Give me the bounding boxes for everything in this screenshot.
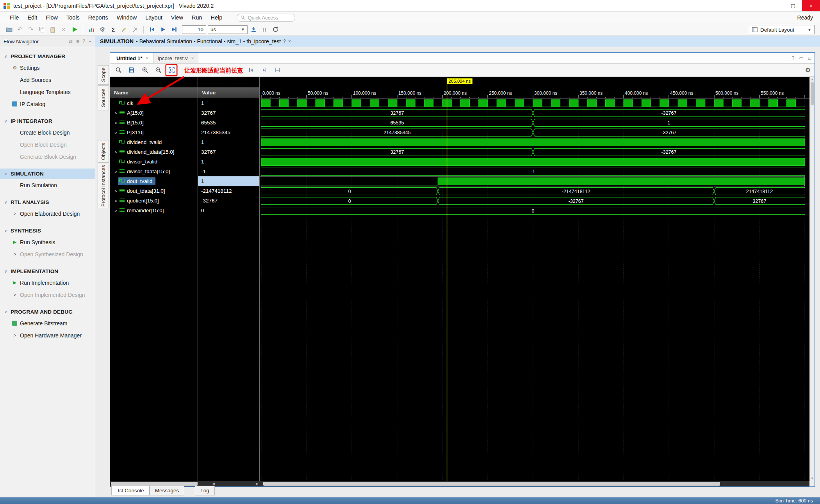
zoom-fit-button[interactable]: [166, 65, 176, 75]
flow-item-add-sources[interactable]: Add Sources: [0, 74, 95, 86]
dock-icon[interactable]: ⇄: [69, 39, 73, 44]
menu-reports[interactable]: Reports: [84, 13, 112, 22]
wave-hscrollbar[interactable]: [260, 481, 809, 486]
panel-maximize-icon[interactable]: □: [808, 55, 811, 61]
flow-item-generate-block-design[interactable]: Generate Block Design: [0, 151, 95, 163]
restart-sim-button[interactable]: [147, 25, 157, 35]
nav-help-icon[interactable]: ?: [82, 39, 85, 44]
scroll-right-icon[interactable]: ▶: [256, 481, 258, 486]
signal-row-dout-tdata-31-0[interactable]: >dout_tdata[31:0]: [110, 186, 198, 196]
maximize-button[interactable]: ▢: [784, 0, 802, 11]
edit-pencil-icon[interactable]: [119, 25, 129, 35]
flow-section-header-program-and-debug[interactable]: ∨PROGRAM AND DEBUG: [0, 307, 95, 317]
menu-view[interactable]: View: [167, 13, 187, 22]
side-tab-scope[interactable]: Scope: [98, 65, 109, 85]
menu-run[interactable]: Run: [187, 13, 207, 22]
time-unit-select[interactable]: us ▼: [208, 25, 248, 34]
signal-value-dout-tdata-31-0[interactable]: -2147418112: [198, 186, 259, 196]
wave-canvas[interactable]: 0.000 ns50.000 ns100.000 ns150.000 ns200…: [260, 77, 809, 481]
delete-icon[interactable]: ×: [59, 25, 69, 35]
scroll-down-icon[interactable]: ▼: [810, 477, 815, 480]
banner-help-icon[interactable]: ?: [283, 39, 286, 44]
flow-section-header-simulation[interactable]: ∨SIMULATION: [0, 169, 95, 179]
menu-help[interactable]: Help: [207, 13, 227, 22]
flow-section-header-implementation[interactable]: ∨IMPLEMENTATION: [0, 266, 95, 277]
flow-item-ip-catalog[interactable]: IP Catalog: [0, 98, 95, 110]
banner-close-icon[interactable]: ×: [288, 39, 291, 44]
sum-icon[interactable]: Σ: [108, 25, 118, 35]
zoom-in-icon[interactable]: [140, 65, 150, 75]
flow-item-generate-bitstream[interactable]: Generate Bitstream: [0, 317, 95, 329]
flow-section-header-rtl-analysis[interactable]: ∨RTL ANALYSIS: [0, 197, 95, 208]
scroll-up-icon[interactable]: ▲: [810, 78, 815, 81]
signal-value-quotient-15-0[interactable]: -32767: [198, 196, 259, 206]
vertical-scrollbar[interactable]: ▲ ▼: [809, 77, 815, 481]
signal-value-dividend-tdata-15-0[interactable]: 32767: [198, 147, 259, 157]
flow-item-open-block-design[interactable]: Open Block Design: [0, 138, 95, 151]
paste-icon[interactable]: [48, 25, 58, 35]
wave-save-icon[interactable]: [127, 65, 137, 75]
flow-item-language-templates[interactable]: Language Templates: [0, 86, 95, 98]
run-all-button[interactable]: [158, 25, 168, 35]
flow-item-run-synthesis[interactable]: ▶Run Synthesis: [0, 236, 95, 248]
wave-settings-gear-icon[interactable]: ⚙: [805, 66, 811, 74]
signal-row-dout-tvalid[interactable]: dout_tvalid: [110, 176, 198, 186]
signal-row-divisor-tvalid[interactable]: divisor_tvalid: [110, 157, 198, 167]
flow-section-header-synthesis[interactable]: ∨SYNTHESIS: [0, 225, 95, 236]
signal-value-clk[interactable]: 1: [198, 98, 259, 108]
report-icon[interactable]: [86, 25, 96, 35]
goto-previous-transition-icon[interactable]: [246, 65, 256, 75]
flow-item-create-block-design[interactable]: Create Block Design: [0, 126, 95, 138]
menu-file[interactable]: File: [5, 13, 23, 22]
signal-row-p-31-0[interactable]: >P[31:0]: [110, 128, 198, 137]
signal-row-dividend-tdata-15-0[interactable]: >dividend_tdata[15:0]: [110, 147, 198, 157]
wave-search-icon[interactable]: [113, 65, 123, 75]
tab-close-icon[interactable]: ×: [146, 56, 148, 60]
doc-tab-untitled-1[interactable]: Untitled 1*×: [112, 53, 153, 63]
signal-row-b-15-0[interactable]: >B[15:0]: [110, 118, 198, 128]
menu-layout[interactable]: Layout: [141, 13, 167, 22]
flow-item-run-implementation[interactable]: ▶Run Implementation: [0, 277, 95, 289]
signal-row-dividend-tvalid[interactable]: dividend_tvalid: [110, 137, 198, 147]
minimize-button[interactable]: –: [766, 0, 784, 11]
signal-value-b-15-0[interactable]: 65535: [198, 118, 259, 128]
relaunch-icon[interactable]: [270, 25, 280, 35]
run-flow-button[interactable]: [70, 25, 80, 35]
swap-cursor-icon[interactable]: [273, 65, 283, 75]
signal-value-p-31-0[interactable]: 2147385345: [198, 128, 259, 137]
undo-icon[interactable]: ↶: [15, 25, 25, 35]
nav-menu-icon[interactable]: ≡: [76, 39, 79, 44]
panel-float-icon[interactable]: ▭: [799, 55, 803, 61]
tab-close-icon[interactable]: ×: [191, 56, 194, 60]
signal-row-a-15-0[interactable]: >A[15:0]: [110, 108, 198, 118]
sim-run-time-input[interactable]: [182, 25, 206, 34]
signal-row-remainder-15-0[interactable]: >remainder[15:0]: [110, 206, 198, 215]
doc-tab-ipcore-test-v[interactable]: ipcore_test.v×: [153, 53, 198, 63]
signal-value-a-15-0[interactable]: 32767: [198, 108, 259, 118]
side-tab-protocol-instances[interactable]: Protocol Instances: [98, 164, 109, 208]
signal-row-quotient-15-0[interactable]: >quotient[15:0]: [110, 196, 198, 206]
nav-collapse-icon[interactable]: −: [89, 39, 91, 44]
flow-section-header-project-manager[interactable]: ∨PROJECT MANAGER: [0, 51, 95, 62]
goto-next-transition-icon[interactable]: [259, 65, 269, 75]
flow-section-header-ip-integrator[interactable]: ∨IP INTEGRATOR: [0, 116, 95, 126]
signal-row-clk[interactable]: clk: [110, 98, 198, 108]
side-tab-objects[interactable]: Objects: [98, 140, 109, 163]
zoom-out-icon[interactable]: [153, 65, 163, 75]
layout-select[interactable]: Default Layout ▼: [749, 25, 815, 34]
settings-gear-icon[interactable]: ⚙: [97, 25, 107, 35]
flow-item-open-synthesized-design[interactable]: >Open Synthesized Design: [0, 248, 95, 260]
flow-item-open-hardware-manager[interactable]: >Open Hardware Manager: [0, 329, 95, 341]
copy-icon[interactable]: [37, 25, 47, 35]
console-tab-log[interactable]: Log: [195, 486, 215, 495]
panel-help-icon[interactable]: ?: [792, 55, 795, 61]
pause-button[interactable]: [259, 25, 269, 35]
flow-item-open-elaborated-design[interactable]: >Open Elaborated Design: [0, 208, 95, 220]
flow-item-settings[interactable]: ⚙Settings: [0, 62, 95, 74]
names-hscroll-thumb[interactable]: [111, 482, 198, 486]
signal-value-divisor-tdata-15-0[interactable]: -1: [198, 167, 259, 176]
signal-row-divisor-tdata-15-0[interactable]: >divisor_tdata[15:0]: [110, 167, 198, 176]
signal-value-remainder-15-0[interactable]: 0: [198, 206, 259, 215]
signal-value-dout-tvalid[interactable]: 1: [198, 176, 259, 186]
menu-window[interactable]: Window: [112, 13, 141, 22]
